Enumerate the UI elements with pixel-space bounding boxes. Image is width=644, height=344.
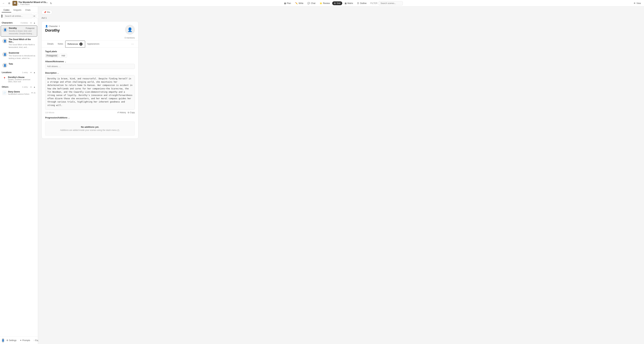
others-add-button[interactable]: + (29, 85, 33, 89)
filter-button[interactable]: ⊝ (33, 14, 35, 18)
progression-empty-desc: Additions are added inside your scenes u… (50, 129, 130, 131)
sidebar-search-row: 1 ⊝ + New Entry ⚙ (0, 12, 38, 20)
settings-nav-button[interactable]: ⚙ (7, 1, 12, 5)
person-icon-4: 👤 (4, 64, 6, 67)
review-button[interactable]: ⭐ Review (318, 1, 332, 5)
entry-tab-appearances[interactable]: Appearances (85, 41, 102, 47)
characters-add-button[interactable]: + (29, 21, 33, 24)
entry-tab-details[interactable]: Details (45, 41, 56, 47)
sidebar-content: Characters 4 entries + ▲ 👤 Dorothy Prota… (0, 20, 38, 337)
locations-collapse-button[interactable]: ▲ (33, 71, 36, 74)
top-navigation: ← ⚙ 📖 The Wonderful Wizard of Oz... L. F… (0, 0, 644, 6)
plan-button[interactable]: ▦ Plan (282, 1, 293, 5)
location-icon: 📍 (2, 76, 6, 80)
prompts-button[interactable]: ✦ Prompts (18, 338, 32, 343)
entry-title: Dorothy (45, 28, 123, 33)
entry-tab-references[interactable]: References 2 (65, 41, 85, 47)
collapse-button[interactable]: ↻ (49, 1, 53, 5)
aliases-input[interactable] (45, 64, 135, 69)
plan-icon: ▦ (284, 2, 286, 4)
badge-1: 1 (2, 14, 2, 18)
location-item-dorothys-house[interactable]: 📍 Dorothy's House Quaint, southern ameri… (1, 75, 37, 84)
others-item-story-genre[interactable]: 📄 Story Genre hardboiled science fiction… (1, 89, 37, 96)
entry-type-chevron: ▼ (58, 25, 60, 27)
tag-add-button[interactable]: Add (60, 54, 67, 57)
nav-center: ▦ Plan ✏️ Write 💬 Chat ⭐ Review ⊞ Grid ▦… (54, 1, 631, 5)
entry-panel: 👤 Character ▼ Dorothy 👤 0 mentions Detai… (42, 21, 138, 139)
dorothy-desc: Dorothy is brave, kind, and resourceful.… (9, 30, 35, 35)
app-subtitle: L. Frank Baum (18, 3, 48, 5)
matrix-button[interactable]: ▦ Matrix (343, 1, 355, 5)
characters-collapse-button[interactable]: ▲ (33, 21, 36, 24)
outline-button[interactable]: ☰ Outline (356, 1, 368, 5)
progression-label: Progression/Additions (45, 116, 68, 119)
center-content: 📌 Pin Act 1 👤 Character ▼ Dorothy 👤 (38, 6, 644, 344)
search-scenes-input[interactable] (378, 1, 403, 5)
others-title: Others (2, 86, 22, 88)
entry-tab-more-button[interactable]: ⋯ (130, 42, 135, 46)
good-witch-desc: The Good Witch of the North is benevolen… (9, 43, 36, 49)
chat-button[interactable]: 💬 Chat (306, 1, 317, 5)
others-ai-button[interactable]: AI (34, 92, 36, 94)
aliases-section: Aliases/Nicknames ✦ (45, 60, 135, 69)
character-item-scarecrow[interactable]: 👤 Scarecrow The Scarecrow is introduced … (1, 50, 37, 61)
dorothy-badge: Protagonist (25, 27, 35, 29)
app-title-area: ← ⚙ 📖 The Wonderful Wizard of Oz... L. F… (2, 1, 53, 6)
entry-tab-notes[interactable]: Notes (56, 41, 65, 47)
sidebar-tab-codex[interactable]: Codex (2, 8, 11, 12)
others-collapse-button[interactable]: ▲ (33, 85, 36, 89)
entry-mentions: 0 mentions (42, 37, 138, 41)
locations-add-button[interactable]: + (29, 71, 33, 74)
history-button[interactable]: ↺ History (117, 111, 126, 114)
settings-icon: ⚙ (6, 339, 8, 342)
locations-section-header: Locations 1 entry + ▲ (0, 69, 38, 75)
sidebar-search-input[interactable] (4, 14, 32, 18)
others-name: Story Genre (8, 91, 30, 93)
sidebar-tabs: Codex Snippets Chats (0, 6, 38, 12)
aliases-ai-icon: ✦ (65, 61, 66, 63)
sidebar-tab-chats[interactable]: Chats (23, 8, 32, 12)
user-avatar: 👤 (2, 338, 4, 343)
character-avatar-toto: 👤 (2, 63, 7, 68)
progression-empty-title: No additions yet. (50, 126, 130, 128)
location-name: Dorothy's House (8, 76, 36, 78)
character-avatar-dorothy: 👤 (2, 27, 8, 32)
locations-count: 1 entry (22, 71, 28, 73)
main-layout: Codex Snippets Chats 1 ⊝ + New Entry ⚙ C… (0, 6, 644, 344)
copy-button[interactable]: ⧉ Copy (128, 111, 135, 114)
description-ai-icon: ✦ (57, 72, 59, 75)
grid-button[interactable]: ⊞ Grid (332, 1, 342, 5)
dorothy-name: Dorothy (9, 27, 17, 29)
settings-footer-button[interactable]: ⚙ Settings (5, 338, 18, 343)
tag-protagonist: Protagonist (45, 54, 58, 57)
avatar-person-icon: 👤 (127, 27, 132, 32)
location-desc: Quaint, southern american vibes, blue ro… (8, 78, 36, 83)
review-icon: ⭐ (320, 2, 322, 4)
character-item-toto[interactable]: 👤 Toto (1, 61, 37, 69)
tag-row: Protagonist Add (45, 54, 135, 57)
others-hide-button[interactable]: 👁 (31, 92, 33, 94)
description-textarea[interactable] (45, 75, 135, 110)
character-item-dorothy[interactable]: 👤 Dorothy Protagonist Dorothy is brave, … (1, 25, 37, 37)
nav-right: 👁 View (632, 1, 642, 5)
progression-section: Progression/Additions ✦ No additions yet… (45, 116, 135, 136)
others-icon: 📄 (2, 91, 6, 95)
view-icon: 👁 (634, 2, 636, 4)
description-label: Description (45, 72, 56, 74)
entry-avatar[interactable]: 👤 (125, 25, 135, 34)
view-button[interactable]: 👁 View (632, 1, 642, 5)
sidebar-tab-snippets[interactable]: Snippets (12, 8, 23, 12)
tags-label: Tags/Labels (45, 50, 135, 53)
copy-icon: ⧉ (128, 111, 129, 114)
pin-button[interactable]: 📌 Pin (42, 10, 52, 14)
write-button[interactable]: ✏️ Write (294, 1, 305, 5)
entry-header: 👤 Character ▼ Dorothy 👤 (42, 21, 138, 37)
prompts-icon: ✦ (20, 339, 22, 342)
pin-icon: 📌 (44, 11, 46, 13)
entry-body: Tags/Labels Protagonist Add Aliases/Nick… (42, 47, 138, 138)
app-title: The Wonderful Wizard of Oz... (18, 1, 48, 3)
character-item-good-witch[interactable]: 👤 The Good Witch of the Nor... The Good … (1, 37, 37, 50)
scarecrow-name: Scarecrow (9, 52, 19, 54)
history-icon: ↺ (117, 111, 119, 114)
back-button[interactable]: ← (2, 1, 6, 5)
